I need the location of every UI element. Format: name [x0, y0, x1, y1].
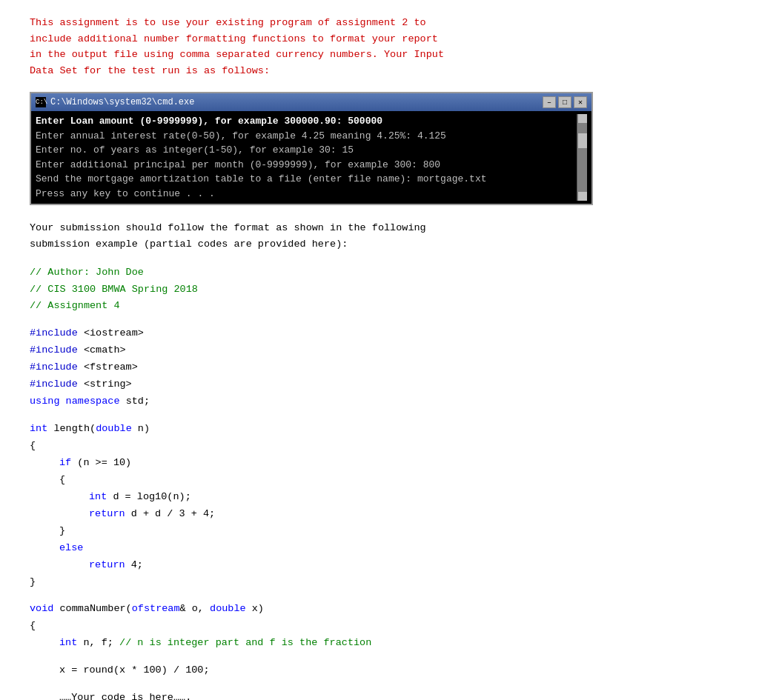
int-d-line: int d = log10(n); — [30, 489, 729, 506]
ellipsis-line: ……Your code is here……. — [30, 690, 729, 700]
submission-text: Your submission should follow the format… — [30, 220, 729, 252]
cmd-scrollbar-thumb — [578, 133, 587, 148]
cmd-window: C:\ C:\Windows\system32\cmd.exe – □ ✕ En… — [30, 92, 593, 205]
description-text: This assignment is to use your existing … — [30, 15, 729, 79]
code-block: // Author: John Doe // CIS 3100 BMWA Spr… — [30, 264, 729, 700]
cmd-line-3: Enter no. of years as integer(1-50), for… — [36, 143, 577, 158]
include-4: #include <string> — [30, 376, 729, 393]
comma-function: void commaNumber(ofstream& o, double x) … — [30, 601, 729, 700]
cmd-line-4: Enter additional principal per month (0-… — [36, 158, 577, 173]
cmd-icon: C:\ — [36, 97, 46, 107]
comma-open-brace: { — [30, 618, 729, 635]
cmd-titlebar: C:\ C:\Windows\system32\cmd.exe – □ ✕ — [31, 93, 591, 111]
minimize-button[interactable]: – — [543, 96, 556, 108]
include-1: #include <iostream> — [30, 325, 729, 342]
comment-line-3: // Assignment 4 — [30, 298, 729, 315]
include-3: #include <fstream> — [30, 359, 729, 376]
comments-section: // Author: John Doe // CIS 3100 BMWA Spr… — [30, 264, 729, 316]
if-close-brace: } — [30, 523, 729, 540]
comment-line-2: // CIS 3100 BMWA Spring 2018 — [30, 281, 729, 299]
x-assign-line: x = round(x * 100) / 100; — [30, 662, 729, 679]
length-close-brace: } — [30, 574, 729, 591]
cmd-line-2: Enter annual interest rate(0-50), for ex… — [36, 129, 577, 144]
cmd-scrollbar[interactable]: ▲ ▼ — [577, 114, 587, 201]
include-2: #include <cmath> — [30, 342, 729, 359]
cmd-line-1: Enter Loan amount (0-9999999), for examp… — [36, 114, 577, 129]
sub-line2: submission example (partial codes are pr… — [30, 239, 348, 250]
length-function: int length(double n) { if (n >= 10) { in… — [30, 421, 729, 590]
int-nf-line: int n, f; // n is integer part and f is … — [30, 635, 729, 652]
length-signature: int length(double n) — [30, 421, 729, 438]
if-open-brace: { — [30, 472, 729, 489]
cmd-line-5: Send the mortgage amortization table to … — [36, 172, 577, 187]
cmd-body: Enter Loan amount (0-9999999), for examp… — [31, 111, 591, 204]
return-d-line: return d + d / 3 + 4; — [30, 506, 729, 523]
cmd-line-6: Press any key to continue . . . — [36, 187, 577, 201]
cmd-controls: – □ ✕ — [543, 96, 587, 108]
comment-line-1: // Author: John Doe — [30, 264, 729, 281]
blank-line-1 — [30, 652, 729, 662]
desc-line2: include additional number formatting fun… — [30, 33, 438, 44]
cmd-title: C:\ C:\Windows\system32\cmd.exe — [36, 97, 194, 107]
length-open-brace: { — [30, 438, 729, 455]
maximize-button[interactable]: □ — [558, 96, 571, 108]
blank-line-2 — [30, 679, 729, 690]
cmd-content: Enter Loan amount (0-9999999), for examp… — [36, 114, 577, 201]
namespace-line: using namespace std; — [30, 393, 729, 410]
desc-line3: in the output file using comma separated… — [30, 49, 444, 60]
desc-line1: This assignment is to use your existing … — [30, 17, 426, 28]
close-button[interactable]: ✕ — [574, 96, 587, 108]
return-4-line: return 4; — [30, 557, 729, 574]
cmd-title-text: C:\Windows\system32\cmd.exe — [50, 97, 194, 107]
sub-line1: Your submission should follow the format… — [30, 222, 426, 233]
comma-signature: void commaNumber(ofstream& o, double x) — [30, 601, 729, 618]
else-line: else — [30, 540, 729, 557]
desc-line4: Data Set for the test run is as follows: — [30, 65, 270, 76]
includes-section: #include <iostream> #include <cmath> #in… — [30, 325, 729, 410]
if-line: if (n >= 10) — [30, 455, 729, 472]
